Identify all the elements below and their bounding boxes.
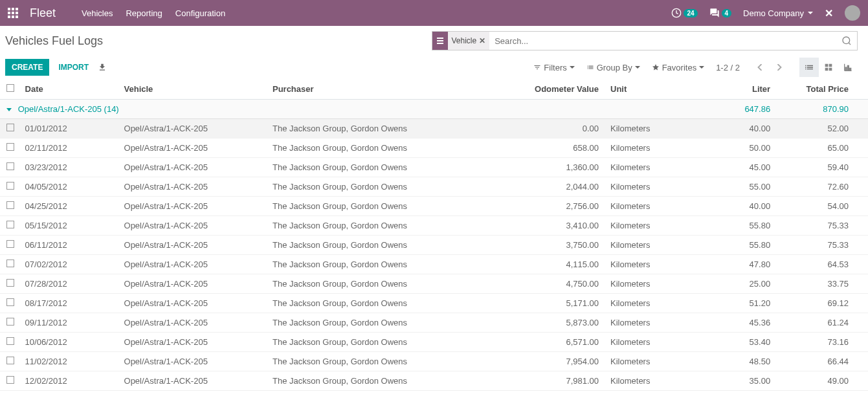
svg-point-1 <box>843 37 850 44</box>
cell-vehicle: Opel/Astra/1-ACK-205 <box>119 352 267 371</box>
import-button[interactable]: IMPORT <box>58 63 89 72</box>
search-bar[interactable]: Vehicle ✕ <box>432 31 858 50</box>
table-row[interactable]: 05/15/2012Opel/Astra/1-ACK-205The Jackso… <box>0 216 868 236</box>
table-row[interactable]: 10/06/2012Opel/Astra/1-ACK-205The Jackso… <box>0 333 868 352</box>
table-row[interactable]: 01/01/2012Opel/Astra/1-ACK-205The Jackso… <box>0 119 868 138</box>
pager-count[interactable]: 1-2 / 2 <box>716 63 740 72</box>
nav-reporting[interactable]: Reporting <box>126 8 162 18</box>
group-label: Opel/Astra/1-ACK-205 (14) <box>18 104 119 114</box>
cell-vehicle: Opel/Astra/1-ACK-205 <box>119 138 267 158</box>
company-selector[interactable]: Demo Company <box>743 8 813 18</box>
activity-indicator[interactable]: 24 <box>671 8 697 18</box>
cell-date: 07/28/2012 <box>20 274 119 294</box>
activity-count: 24 <box>684 9 697 17</box>
row-checkbox[interactable] <box>6 143 14 151</box>
table-row[interactable]: 04/05/2012Opel/Astra/1-ACK-205The Jackso… <box>0 177 868 197</box>
col-liter[interactable]: Liter <box>670 79 775 100</box>
cell-unit: Kilometers <box>604 352 670 371</box>
cell-purchaser: The Jackson Group, Gordon Owens <box>267 138 485 158</box>
cell-purchaser: The Jackson Group, Gordon Owens <box>267 371 485 391</box>
table-row[interactable]: 08/17/2012Opel/Astra/1-ACK-205The Jackso… <box>0 294 868 313</box>
cell-purchaser: The Jackson Group, Gordon Owens <box>267 255 485 274</box>
cell-purchaser: The Jackson Group, Gordon Owens <box>267 216 485 236</box>
user-avatar[interactable] <box>845 5 860 21</box>
favorites-button[interactable]: Favorites <box>652 63 704 72</box>
nav-vehicles[interactable]: Vehicles <box>82 8 113 18</box>
view-graph-button[interactable] <box>838 58 858 77</box>
table-row[interactable]: 03/23/2012Opel/Astra/1-ACK-205The Jackso… <box>0 158 868 177</box>
cell-purchaser: The Jackson Group, Gordon Owens <box>267 158 485 177</box>
cell-odometer: 0.00 <box>485 119 604 138</box>
row-checkbox[interactable] <box>6 162 14 170</box>
col-unit[interactable]: Unit <box>604 79 670 100</box>
col-total[interactable]: Total Price <box>775 79 868 100</box>
cell-unit: Kilometers <box>604 177 670 197</box>
cell-purchaser: The Jackson Group, Gordon Owens <box>267 274 485 294</box>
cell-purchaser: The Jackson Group, Gordon Owens <box>267 333 485 352</box>
row-checkbox[interactable] <box>6 376 14 384</box>
cell-vehicle: Opel/Astra/1-ACK-205 <box>119 313 267 333</box>
cell-unit: Kilometers <box>604 333 670 352</box>
facet-remove-icon[interactable]: ✕ <box>479 36 485 45</box>
nav-configuration[interactable]: Configuration <box>175 8 225 18</box>
row-checkbox[interactable] <box>6 357 14 364</box>
row-checkbox[interactable] <box>6 279 14 287</box>
cell-odometer: 1,360.00 <box>485 158 604 177</box>
debug-close-icon[interactable]: ✕ <box>825 7 833 19</box>
row-checkbox[interactable] <box>6 298 14 306</box>
cell-odometer: 5,873.00 <box>485 313 604 333</box>
cell-date: 11/02/2012 <box>20 352 119 371</box>
main-nav-bar: Fleet Vehicles Reporting Configuration 2… <box>0 0 868 26</box>
select-all-checkbox[interactable] <box>6 84 14 92</box>
app-brand[interactable]: Fleet <box>30 6 56 20</box>
col-odometer[interactable]: Odometer Value <box>485 79 604 100</box>
row-checkbox[interactable] <box>6 201 14 209</box>
row-checkbox[interactable] <box>6 337 14 345</box>
caret-down-icon <box>699 65 704 70</box>
list-view-icon <box>804 62 814 72</box>
chevron-right-icon <box>776 64 783 71</box>
groupby-button[interactable]: Group By <box>586 63 640 72</box>
cell-total: 61.24 <box>775 313 868 333</box>
cell-unit: Kilometers <box>604 138 670 158</box>
company-name: Demo Company <box>743 8 804 18</box>
row-checkbox[interactable] <box>6 182 14 190</box>
table-row[interactable]: 09/11/2012Opel/Astra/1-ACK-205The Jackso… <box>0 313 868 333</box>
search-facet[interactable]: Vehicle ✕ <box>448 32 490 50</box>
pager-next[interactable] <box>771 59 788 76</box>
filters-button[interactable]: Filters <box>533 63 574 72</box>
row-checkbox[interactable] <box>6 221 14 228</box>
cell-date: 08/17/2012 <box>20 294 119 313</box>
cell-liter: 40.00 <box>670 119 775 138</box>
view-kanban-button[interactable] <box>819 58 838 77</box>
chat-indicator[interactable]: 4 <box>709 8 732 18</box>
row-checkbox[interactable] <box>6 318 14 326</box>
col-purchaser[interactable]: Purchaser <box>267 79 485 100</box>
row-checkbox[interactable] <box>6 240 14 248</box>
cell-total: 72.60 <box>775 177 868 197</box>
cell-purchaser: The Jackson Group, Gordon Owens <box>267 313 485 333</box>
col-date[interactable]: Date <box>20 79 119 100</box>
search-icon[interactable] <box>836 36 857 46</box>
cell-date: 02/11/2012 <box>20 138 119 158</box>
download-icon[interactable] <box>98 63 107 72</box>
apps-icon[interactable] <box>8 8 18 18</box>
table-row[interactable]: 12/02/2012Opel/Astra/1-ACK-205The Jackso… <box>0 371 868 391</box>
table-row[interactable]: 11/02/2012Opel/Astra/1-ACK-205The Jackso… <box>0 352 868 371</box>
cell-total: 73.16 <box>775 333 868 352</box>
pager-prev[interactable] <box>751 59 768 76</box>
search-input[interactable] <box>489 36 836 46</box>
table-row[interactable]: 02/11/2012Opel/Astra/1-ACK-205The Jackso… <box>0 138 868 158</box>
row-checkbox[interactable] <box>6 260 14 267</box>
cell-purchaser: The Jackson Group, Gordon Owens <box>267 352 485 371</box>
create-button[interactable]: CREATE <box>5 59 49 76</box>
row-checkbox[interactable] <box>6 124 14 131</box>
svg-rect-4 <box>847 65 849 71</box>
view-list-button[interactable] <box>799 58 819 77</box>
table-row[interactable]: 07/02/2012Opel/Astra/1-ACK-205The Jackso… <box>0 255 868 274</box>
table-row[interactable]: 07/28/2012Opel/Astra/1-ACK-205The Jackso… <box>0 274 868 294</box>
group-header-row[interactable]: Opel/Astra/1-ACK-205 (14) 647.86 870.90 <box>0 100 868 119</box>
col-vehicle[interactable]: Vehicle <box>119 79 267 100</box>
table-row[interactable]: 04/25/2012Opel/Astra/1-ACK-205The Jackso… <box>0 197 868 216</box>
table-row[interactable]: 06/11/2012Opel/Astra/1-ACK-205The Jackso… <box>0 236 868 255</box>
